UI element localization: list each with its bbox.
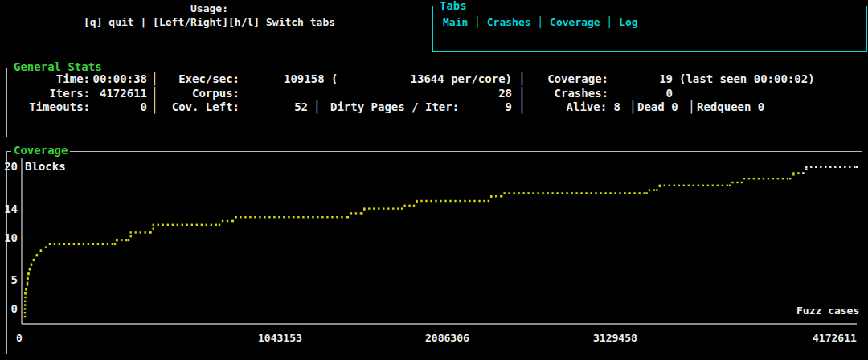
data-point — [478, 200, 480, 202]
data-point — [473, 200, 475, 202]
data-point — [717, 185, 719, 186]
data-point — [787, 178, 788, 179]
data-point — [712, 185, 714, 186]
stat-cell: 13644 per/core) — [399, 72, 512, 86]
data-point — [688, 185, 690, 186]
usage-shortcuts: [q] quit | [Left/Right][h/l] Switch tabs — [84, 16, 335, 29]
data-point — [503, 192, 505, 194]
data-point — [585, 192, 587, 194]
data-point — [707, 185, 709, 186]
data-point — [27, 282, 28, 284]
data-point — [805, 168, 807, 170]
tab-log[interactable]: Log — [619, 16, 637, 28]
data-point — [397, 207, 399, 209]
data-point — [653, 189, 655, 190]
data-point — [73, 243, 75, 245]
data-point — [27, 272, 29, 274]
data-point — [244, 216, 246, 218]
data-point — [571, 192, 572, 194]
data-point — [278, 216, 280, 218]
data-point — [186, 224, 188, 226]
data-point — [609, 192, 611, 194]
data-point — [449, 200, 451, 202]
data-point — [177, 224, 178, 226]
data-point — [78, 243, 80, 245]
data-point — [420, 200, 422, 202]
data-point — [561, 192, 563, 194]
data-point — [135, 231, 137, 233]
data-point — [768, 178, 769, 179]
data-point — [167, 224, 169, 226]
data-point — [24, 292, 26, 294]
data-point — [29, 268, 31, 269]
data-point — [459, 200, 461, 202]
data-point — [240, 216, 241, 218]
data-point — [153, 224, 154, 226]
data-point — [669, 185, 670, 186]
tab-crashes[interactable]: Crashes — [487, 16, 531, 28]
data-point — [797, 172, 799, 174]
data-point — [501, 195, 502, 197]
data-point — [727, 185, 728, 186]
data-point — [368, 207, 370, 209]
data-point — [158, 224, 159, 226]
tab-main[interactable]: Main — [443, 16, 468, 28]
data-point — [392, 207, 394, 209]
tabs-box-title: Tabs — [437, 0, 469, 12]
data-point — [825, 166, 826, 168]
data-point — [693, 185, 694, 186]
data-point — [336, 216, 338, 218]
data-point — [162, 224, 164, 226]
stats-divider: │ — [629, 100, 636, 114]
data-point — [408, 205, 410, 207]
data-point — [834, 166, 836, 168]
data-point — [350, 212, 352, 214]
data-point — [792, 172, 794, 174]
data-point — [748, 178, 750, 179]
data-point — [373, 207, 375, 209]
data-point — [83, 243, 84, 245]
coverage-chart — [6, 151, 861, 353]
data-point — [302, 216, 304, 218]
tab-bar: Main │ Crashes │ Coverage │ Log — [443, 16, 638, 28]
data-point — [264, 216, 265, 218]
data-point — [40, 249, 42, 251]
data-point — [741, 182, 743, 183]
data-point — [102, 243, 104, 245]
data-point — [772, 178, 774, 179]
data-point — [440, 200, 441, 202]
data-point — [643, 192, 645, 194]
data-point — [829, 166, 831, 168]
data-point — [777, 178, 779, 179]
data-point — [249, 216, 251, 218]
stat-cell: Crashes: — [520, 87, 608, 100]
data-point — [815, 166, 817, 168]
data-point — [508, 192, 510, 194]
data-point — [633, 192, 635, 194]
data-point — [659, 185, 661, 186]
data-point — [201, 224, 203, 226]
data-point — [363, 207, 365, 209]
data-point — [566, 192, 567, 194]
stat-cell: Exec/sec: — [151, 72, 240, 86]
data-point — [495, 195, 497, 197]
data-point — [130, 231, 132, 233]
data-point — [802, 172, 804, 174]
data-point — [522, 192, 524, 194]
tab-separator: │ — [600, 16, 619, 28]
data-point — [297, 216, 299, 218]
stat-cell: 28 — [448, 87, 512, 100]
data-point — [416, 200, 417, 202]
data-point — [24, 308, 26, 309]
fuzzer-terminal: { "usage": { "title": "Usage:", "shortcu… — [0, 0, 868, 360]
stat-cell: 9 — [464, 100, 512, 114]
data-point — [92, 243, 94, 245]
data-point — [537, 192, 538, 194]
tab-coverage[interactable]: Coverage — [550, 16, 600, 28]
stat-cell: 0 — [75, 100, 147, 114]
chart-axes — [22, 158, 857, 324]
data-point — [656, 189, 657, 190]
data-point — [413, 205, 415, 207]
data-point — [219, 224, 220, 226]
data-point — [259, 216, 260, 218]
